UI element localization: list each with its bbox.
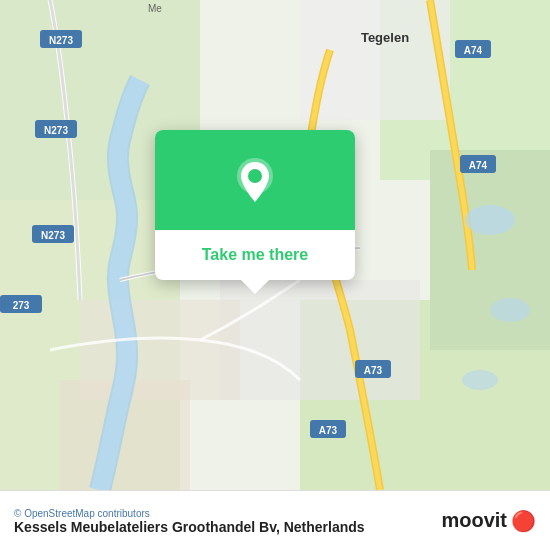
bottom-bar: © OpenStreetMap contributors Kessels Meu… bbox=[0, 490, 550, 550]
popup-header bbox=[155, 130, 355, 230]
svg-text:N273: N273 bbox=[49, 35, 73, 46]
svg-text:A74: A74 bbox=[469, 160, 488, 171]
svg-text:A74: A74 bbox=[464, 45, 483, 56]
svg-text:Tegelen: Tegelen bbox=[361, 30, 409, 45]
svg-text:273: 273 bbox=[13, 300, 30, 311]
moovit-logo: moovit 🔴 bbox=[441, 509, 536, 533]
svg-rect-6 bbox=[300, 0, 450, 120]
bottom-left-info: © OpenStreetMap contributors Kessels Meu… bbox=[14, 506, 365, 535]
location-pin-icon bbox=[231, 156, 279, 204]
svg-point-31 bbox=[462, 370, 498, 390]
popup-card: Take me there bbox=[155, 130, 355, 280]
osm-credit: © OpenStreetMap contributors bbox=[14, 508, 365, 519]
svg-text:A73: A73 bbox=[319, 425, 338, 436]
svg-rect-5 bbox=[430, 150, 550, 350]
svg-point-34 bbox=[248, 169, 262, 183]
moovit-text: moovit bbox=[441, 509, 507, 532]
location-name: Kessels Meubelateliers Groothandel Bv, N… bbox=[14, 519, 365, 535]
osm-link[interactable]: © OpenStreetMap contributors bbox=[14, 508, 150, 519]
svg-text:A73: A73 bbox=[364, 365, 383, 376]
moovit-dot-icon: 🔴 bbox=[511, 509, 536, 533]
svg-text:N273: N273 bbox=[44, 125, 68, 136]
svg-text:Me: Me bbox=[148, 3, 162, 14]
map-container: N273 N273 N273 273 A73 A73 A73 A74 A74 T… bbox=[0, 0, 550, 490]
svg-text:N273: N273 bbox=[41, 230, 65, 241]
popup-footer: Take me there bbox=[155, 230, 355, 280]
svg-point-30 bbox=[490, 298, 530, 322]
svg-point-29 bbox=[465, 205, 515, 235]
take-me-there-button[interactable]: Take me there bbox=[171, 242, 339, 268]
svg-rect-7 bbox=[220, 280, 420, 400]
